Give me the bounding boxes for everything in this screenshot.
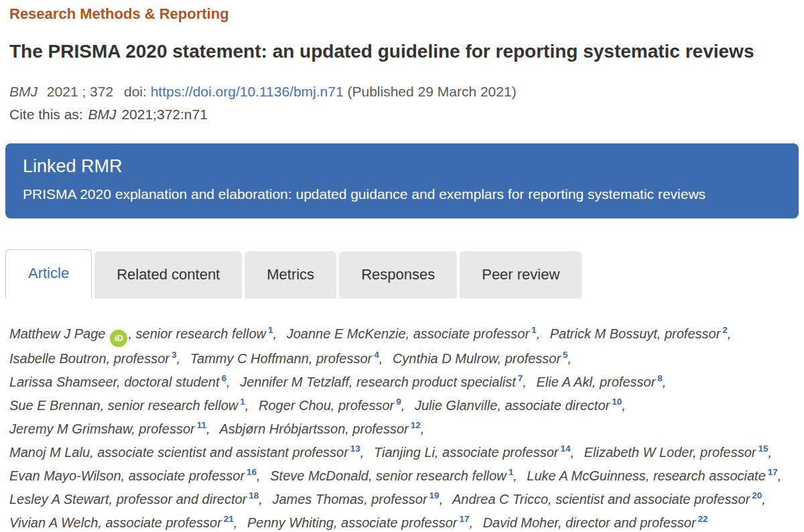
- author-name[interactable]: James Thomas: [272, 492, 364, 507]
- author-name[interactable]: Cynthia D Mulrow: [393, 351, 498, 366]
- affiliation-number[interactable]: 1: [240, 397, 245, 407]
- author-entry: Steve McDonald, senior research fellow1,: [270, 468, 517, 483]
- tab-metrics[interactable]: Metrics: [245, 251, 336, 298]
- author-name[interactable]: Vivian A Welch: [9, 515, 98, 530]
- author-entry: Elie A Akl, professor8,: [536, 375, 666, 389]
- author-name[interactable]: Elizabeth W Loder: [584, 445, 693, 460]
- author-entry: Andrea C Tricco, scientist and associate…: [452, 492, 766, 507]
- author-name[interactable]: Isabelle Boutron: [9, 351, 107, 366]
- author-name[interactable]: Patrick M Bossuyt: [550, 326, 657, 341]
- affiliation-number[interactable]: 2: [722, 325, 728, 335]
- author-name[interactable]: David Moher: [483, 515, 558, 530]
- linked-rmr-article-link[interactable]: PRISMA 2020 explanation and elaboration:…: [23, 186, 706, 202]
- author-name[interactable]: Julie Glanville: [415, 398, 497, 413]
- author-name[interactable]: Jennifer M Tetzlaff: [240, 375, 349, 389]
- affiliation-number[interactable]: 15: [758, 444, 768, 454]
- tab-related-content[interactable]: Related content: [94, 251, 242, 298]
- author-name[interactable]: Sue E Brennan: [9, 398, 100, 413]
- author-name[interactable]: Luke A McGuinness: [527, 468, 646, 483]
- affiliation-number[interactable]: 3: [172, 350, 177, 360]
- cite-as-prefix: Cite this as:: [9, 107, 83, 122]
- orcid-icon[interactable]: iD: [110, 330, 127, 347]
- cite-as-ref: 2021;372:n71: [121, 107, 207, 122]
- tab-article[interactable]: Article: [5, 249, 92, 298]
- author-entry: Joanne E McKenzie, associate professor1,: [287, 326, 541, 341]
- affiliation-number[interactable]: 16: [247, 467, 257, 477]
- author-entry: Larissa Shamseer, doctoral student6,: [9, 375, 230, 389]
- author-entry: Isabelle Boutron, professor3,: [9, 351, 180, 366]
- affiliation-number[interactable]: 6: [222, 373, 227, 383]
- author-name[interactable]: Lesley A Stewart: [9, 492, 109, 507]
- tab-responses[interactable]: Responses: [339, 251, 457, 298]
- cite-as-journal: BMJ: [88, 107, 117, 122]
- journal-name: BMJ: [9, 84, 38, 99]
- doi-label: doi:: [124, 84, 147, 99]
- author-name[interactable]: Tammy C Hoffmann: [190, 351, 309, 366]
- affiliation-number[interactable]: 8: [657, 373, 663, 383]
- linked-rmr-title: Linked RMR: [23, 156, 781, 177]
- author-name[interactable]: Steve McDonald: [270, 468, 368, 483]
- article-category-link[interactable]: Research Methods & Reporting: [9, 5, 795, 23]
- author-name[interactable]: Joanne E McKenzie: [287, 326, 406, 341]
- author-entry: Penny Whiting, associate professor17,: [247, 515, 473, 530]
- author-name[interactable]: Evan Mayo-Wilson: [9, 468, 121, 483]
- affiliation-number[interactable]: 1: [268, 325, 273, 335]
- linked-rmr-panel: Linked RMR PRISMA 2020 explanation and e…: [5, 143, 799, 218]
- author-entry: Luke A McGuinness, research associate17,: [527, 468, 781, 483]
- author-entry: Julie Glanville, associate director10,: [415, 398, 626, 413]
- affiliation-number[interactable]: 17: [768, 467, 778, 477]
- author-entry: Vivian A Welch, associate professor21,: [9, 515, 237, 530]
- author-entry: Roger Chou, professor9,: [259, 398, 405, 413]
- author-name[interactable]: Tianjing Li: [374, 445, 435, 460]
- author-name[interactable]: Asbjørn Hróbjartsson: [219, 421, 345, 436]
- author-entry: Elizabeth W Loder, professor15,: [584, 445, 772, 460]
- author-entry: Evan Mayo-Wilson, associate professor16,: [9, 468, 261, 483]
- affiliation-number[interactable]: 7: [518, 373, 523, 383]
- tab-bar: ArticleRelated contentMetricsResponsesPe…: [5, 249, 799, 298]
- affiliation-number[interactable]: 18: [249, 490, 259, 501]
- published-date: (Published 29 March 2021): [347, 84, 516, 99]
- author-name[interactable]: Larissa Shamseer: [9, 375, 117, 389]
- affiliation-number[interactable]: 10: [612, 397, 622, 407]
- author-name[interactable]: Penny Whiting: [247, 515, 334, 530]
- author-entry: Jeremy M Grimshaw, professor11,: [9, 421, 210, 436]
- doi-link[interactable]: https://doi.org/10.1136/bmj.n71: [151, 84, 344, 99]
- affiliation-number[interactable]: 5: [563, 350, 568, 360]
- affiliation-number[interactable]: 4: [374, 350, 379, 360]
- author-entry: Jennifer M Tetzlaff, research product sp…: [240, 375, 527, 389]
- author-entry: Asbjørn Hróbjartsson, professor12,: [219, 421, 424, 436]
- affiliation-number[interactable]: 11: [197, 420, 206, 430]
- citation-line: BMJ 2021 ; 372 doi: https://doi.org/10.1…: [9, 82, 795, 102]
- article-page: Research Methods & Reporting The PRISMA …: [0, 0, 804, 532]
- cite-as-line: Cite this as: BMJ 2021;372:n71: [9, 105, 795, 125]
- affiliation-number[interactable]: 20: [752, 490, 762, 501]
- author-list: Matthew J PageiD, senior research fellow…: [9, 318, 795, 532]
- tab-peer-review[interactable]: Peer review: [460, 251, 582, 298]
- author-name[interactable]: Andrea C Tricco: [452, 492, 548, 507]
- affiliation-number[interactable]: 14: [561, 444, 571, 454]
- article-title: The PRISMA 2020 statement: an updated gu…: [9, 39, 795, 64]
- affiliation-number[interactable]: 17: [459, 514, 469, 524]
- affiliation-number[interactable]: 1: [531, 325, 537, 335]
- author-name[interactable]: Elie A Akl: [536, 375, 592, 389]
- author-entry: David Moher, director and professor22: [483, 515, 708, 530]
- affiliation-number[interactable]: 13: [350, 444, 360, 454]
- author-name[interactable]: Jeremy M Grimshaw: [9, 421, 131, 436]
- author-entry: James Thomas, professor19,: [272, 492, 443, 507]
- citation-year-volume: 2021 ; 372: [47, 84, 113, 99]
- author-entry: Sue E Brennan, senior research fellow1,: [9, 398, 249, 413]
- author-entry: Matthew J PageiD, senior research fellow…: [9, 326, 277, 341]
- author-entry: Lesley A Stewart, professor and director…: [9, 492, 263, 507]
- author-entry: Tianjing Li, associate professor14,: [374, 445, 574, 460]
- affiliation-number[interactable]: 9: [396, 397, 401, 407]
- affiliation-number[interactable]: 19: [429, 490, 440, 501]
- author-entry: Cynthia D Mulrow, professor5,: [393, 351, 572, 366]
- author-entry: Manoj M Lalu, associate scientist and as…: [9, 445, 364, 460]
- affiliation-number[interactable]: 22: [698, 514, 708, 524]
- affiliation-number[interactable]: 12: [411, 420, 421, 430]
- author-name[interactable]: Manoj M Lalu: [9, 445, 90, 460]
- author-name[interactable]: Matthew J Page: [9, 326, 105, 341]
- affiliation-number[interactable]: 1: [509, 467, 514, 477]
- author-name[interactable]: Roger Chou: [259, 398, 331, 413]
- affiliation-number[interactable]: 21: [224, 514, 234, 524]
